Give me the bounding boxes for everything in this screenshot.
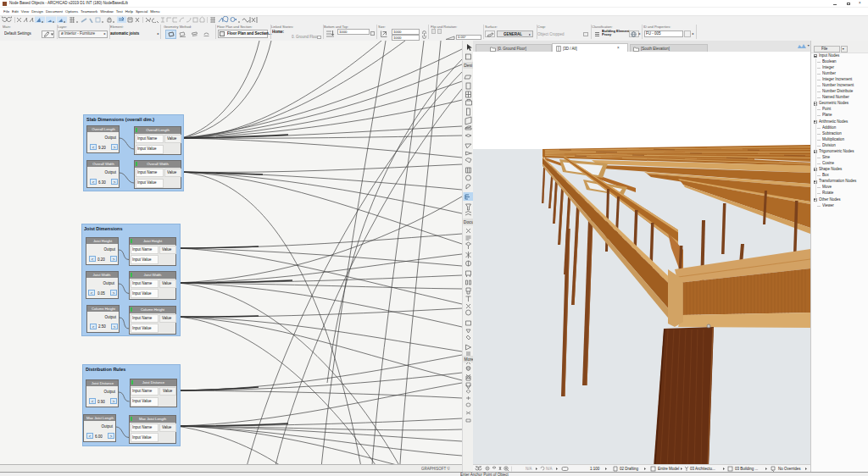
svg-text:N/A: N/A [546, 467, 553, 471]
svg-text:No Overrides: No Overrides [778, 467, 801, 471]
svg-text:1:100: 1:100 [590, 467, 600, 471]
svg-text:02 Drafting: 02 Drafting [620, 467, 639, 471]
svg-text:03 Building ...: 03 Building ... [735, 467, 758, 471]
svg-text:03 Architectu...: 03 Architectu... [690, 467, 715, 471]
svg-text:Docu: Docu [464, 219, 474, 224]
svg-text:N/A: N/A [526, 467, 532, 471]
svg-text:Entire Model: Entire Model [658, 467, 679, 471]
svg-text:Desi: Desi [464, 63, 472, 68]
